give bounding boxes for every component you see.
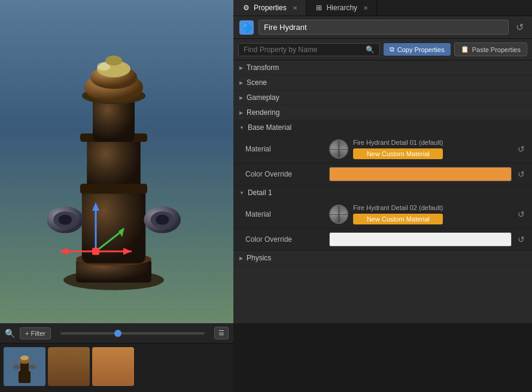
search-input[interactable]: [244, 45, 362, 54]
paste-properties-button[interactable]: 📋 Paste Properties: [454, 42, 527, 56]
scene-arrow: ▶: [239, 80, 243, 86]
gizmo-arrows: [60, 197, 132, 269]
tab-bar: ⚙ Properties ✕ ⊞ Hierarchy ✕: [233, 0, 532, 16]
physics-arrow: ▶: [239, 256, 243, 261]
object-header: 🔷 ↺: [233, 16, 532, 39]
svg-rect-28: [92, 248, 99, 255]
tab-properties-close[interactable]: ✕: [293, 5, 297, 11]
svg-marker-23: [123, 248, 132, 255]
filter-label: + Filter: [25, 330, 45, 337]
section-rendering-label: Rendering: [247, 108, 279, 117]
svg-point-35: [13, 364, 20, 369]
svg-point-34: [20, 355, 29, 360]
paste-icon: 📋: [461, 45, 469, 53]
object-icon: 🔷: [239, 20, 254, 35]
copy-icon: ⧉: [390, 45, 394, 53]
thumbnails: [0, 344, 233, 390]
search-bar: 🔍 ⧉ Copy Properties 📋 Paste Properties: [233, 39, 532, 60]
base-color-reset[interactable]: ↺: [516, 168, 526, 180]
svg-rect-11: [80, 184, 147, 194]
thumbnail-toolbar: 🔍 + Filter ☰: [0, 323, 233, 344]
base-color-override-label: Color Override: [245, 170, 329, 178]
detail1-material-inner: Fire Hydrant Detail 02 (default) New Cus…: [329, 204, 526, 224]
section-scene-label: Scene: [247, 78, 267, 87]
section-gameplay[interactable]: ▶ Gameplay: [233, 90, 532, 105]
detail1-new-custom-button[interactable]: New Custom Material: [353, 214, 443, 224]
section-physics[interactable]: ▶ Physics: [233, 251, 532, 266]
object-name-input[interactable]: [259, 20, 509, 35]
main-area: ⚙ Properties ✕ ⊞ Hierarchy ✕ 🔷 ↺ 🔍 ⧉: [0, 0, 532, 323]
list-view-button[interactable]: ☰: [214, 327, 229, 339]
detail1-color-override-label: Color Override: [245, 235, 329, 244]
detail1-material-name: Fire Hydrant Detail 02 (default): [353, 204, 443, 211]
svg-line-26: [96, 230, 123, 251]
paste-properties-label: Paste Properties: [472, 46, 521, 53]
copy-properties-button[interactable]: ⧉ Copy Properties: [384, 43, 451, 56]
section-physics-label: Physics: [247, 254, 271, 262]
detail1-arrow: ▼: [239, 190, 244, 196]
base-material-row: Material Fire Hydrant Detail 01 (default…: [233, 135, 532, 163]
properties-panel[interactable]: ▶ Transform ▶ Scene ▶ Gameplay ▶ Renderi…: [233, 60, 532, 323]
search-icon: 🔍: [366, 45, 375, 54]
base-color-override-row: Color Override ↺: [233, 163, 532, 186]
detail1-material-reset[interactable]: ↺: [516, 208, 526, 220]
copy-properties-label: Copy Properties: [397, 46, 445, 53]
tab-hierarchy-label: Hierarchy: [327, 4, 357, 12]
right-panel: ⚙ Properties ✕ ⊞ Hierarchy ✕ 🔷 ↺ 🔍 ⧉: [233, 0, 532, 323]
tab-properties-label: Properties: [254, 4, 287, 12]
zoom-slider-track[interactable]: [60, 332, 205, 335]
detail1-color-override-value: ↺: [329, 232, 526, 247]
base-material-arrow: ▼: [239, 125, 244, 130]
detail1-color-swatch[interactable]: [329, 232, 512, 247]
search-input-wrap: 🔍: [238, 43, 380, 56]
section-detail1-label: Detail 1: [248, 189, 272, 197]
section-gameplay-label: Gameplay: [247, 93, 279, 102]
search-small-icon[interactable]: 🔍: [5, 329, 15, 338]
base-material-inner: Fire Hydrant Detail 01 (default) New Cus…: [329, 139, 526, 159]
section-detail1[interactable]: ▼ Detail 1: [233, 186, 532, 200]
detail1-material-row: Material Fire Hydrant Detail 02 (default…: [233, 200, 532, 229]
section-scene[interactable]: ▶ Scene: [233, 75, 532, 90]
base-material-value: Fire Hydrant Detail 01 (default) New Cus…: [329, 139, 526, 159]
svg-marker-25: [60, 248, 68, 255]
base-material-info: Fire Hydrant Detail 01 (default) New Cus…: [353, 139, 443, 159]
gameplay-arrow: ▶: [239, 95, 243, 101]
base-material-icon: [329, 139, 348, 159]
hierarchy-icon: ⊞: [315, 4, 323, 12]
viewport: [0, 0, 233, 323]
base-material-reset[interactable]: ↺: [516, 143, 526, 155]
section-transform-label: Transform: [247, 63, 279, 72]
base-material-name: Fire Hydrant Detail 01 (default): [353, 139, 443, 146]
thumbnail-wood1[interactable]: [48, 347, 90, 386]
thumbnail-hydrant[interactable]: [4, 347, 45, 386]
bottom-right-empty: [233, 323, 532, 392]
bottom-bar: 🔍 + Filter ☰: [0, 323, 532, 392]
zoom-slider-thumb[interactable]: [114, 330, 121, 337]
section-rendering[interactable]: ▶ Rendering: [233, 105, 532, 120]
detail1-material-value: Fire Hydrant Detail 02 (default) New Cus…: [329, 204, 526, 224]
svg-marker-21: [92, 202, 99, 211]
svg-point-9: [156, 215, 169, 225]
thumbnail-section: 🔍 + Filter ☰: [0, 323, 233, 392]
properties-icon: ⚙: [242, 4, 250, 12]
svg-marker-27: [118, 227, 124, 237]
section-transform[interactable]: ▶ Transform: [233, 60, 532, 75]
thumbnail-wood2[interactable]: [92, 347, 134, 386]
detail1-material-property-label: Material: [245, 210, 329, 218]
filter-button[interactable]: + Filter: [20, 327, 51, 339]
tab-hierarchy[interactable]: ⊞ Hierarchy ✕: [306, 0, 377, 16]
detail1-color-reset[interactable]: ↺: [516, 233, 526, 245]
svg-point-19: [105, 56, 122, 66]
base-color-override-value: ↺: [329, 167, 526, 181]
transform-arrow: ▶: [239, 65, 243, 71]
refresh-button[interactable]: ↺: [513, 20, 526, 34]
section-base-material[interactable]: ▼ Base Material: [233, 120, 532, 135]
tab-properties[interactable]: ⚙ Properties ✕: [233, 0, 306, 16]
detail1-material-icon: [329, 205, 348, 224]
base-new-custom-button[interactable]: New Custom Material: [353, 148, 443, 159]
svg-point-36: [29, 364, 36, 369]
section-base-material-label: Base Material: [248, 123, 291, 132]
base-color-swatch[interactable]: [329, 167, 512, 181]
tab-hierarchy-close[interactable]: ✕: [363, 5, 368, 11]
detail1-material-info: Fire Hydrant Detail 02 (default) New Cus…: [353, 204, 443, 224]
